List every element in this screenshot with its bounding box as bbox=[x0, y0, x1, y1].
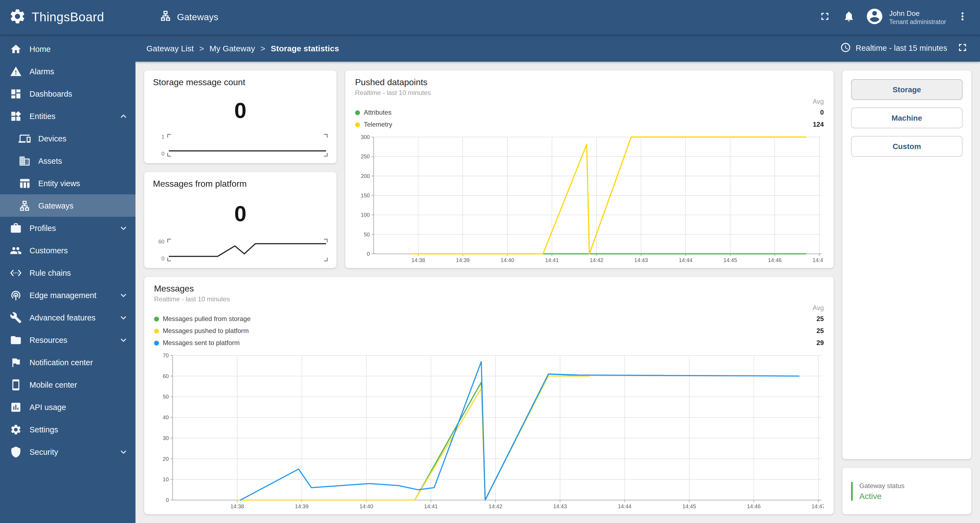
page-head: Gateways bbox=[159, 10, 218, 25]
sidebar-item-label: Resources bbox=[30, 336, 67, 344]
messages-chart[interactable]: 14:3814:3914:4014:4114:4214:4314:4414:45… bbox=[154, 351, 824, 511]
right-column: StorageMachineCustom Gateway status Acti… bbox=[842, 70, 971, 514]
legend-dot bbox=[154, 328, 159, 333]
more-vert-icon bbox=[956, 10, 969, 24]
app-name: ThingsBoard bbox=[32, 10, 104, 25]
customers-icon bbox=[10, 244, 22, 256]
svg-text:14:38: 14:38 bbox=[411, 257, 425, 263]
sidebar-item-entities[interactable]: Entities bbox=[0, 105, 135, 127]
legend-item-messages-sent-to-platform[interactable]: Messages sent to platform29 bbox=[154, 337, 824, 349]
state-button-machine[interactable]: Machine bbox=[851, 108, 963, 128]
widget-subtitle: Realtime - last 10 minutes bbox=[154, 295, 824, 303]
notifications-button[interactable] bbox=[838, 6, 860, 28]
top-header: ThingsBoard Gateways John Doe Tenant adm… bbox=[0, 0, 980, 34]
sidebar-item-dashboards[interactable]: Dashboards bbox=[0, 82, 135, 105]
svg-text:14:42: 14:42 bbox=[590, 257, 603, 263]
sidebar-item-advanced-features[interactable]: Advanced features bbox=[0, 306, 135, 329]
legend-item-messages-pulled-from-storage[interactable]: Messages pulled from storage25 bbox=[154, 313, 824, 325]
sidebar-item-gateways[interactable]: Gateways bbox=[0, 194, 135, 217]
svg-text:100: 100 bbox=[361, 212, 370, 218]
sparkline-axis-labels: 1 0 bbox=[153, 134, 167, 157]
sidebar-item-home[interactable]: Home bbox=[0, 38, 135, 60]
gateway-status-label: Gateway status bbox=[859, 482, 904, 490]
chevron-down-icon bbox=[118, 334, 129, 345]
svg-text:300: 300 bbox=[361, 134, 370, 140]
svg-text:14:43: 14:43 bbox=[553, 503, 567, 509]
sidebar-item-alarms[interactable]: Alarms bbox=[0, 60, 135, 82]
state-button-storage[interactable]: Storage bbox=[851, 79, 963, 100]
messages-card: Messages Realtime - last 10 minutes Avg … bbox=[144, 277, 834, 514]
messages-from-platform-value: 0 bbox=[153, 189, 328, 239]
sidebar-item-label: Assets bbox=[38, 157, 62, 165]
legend-label: Attributes bbox=[364, 109, 391, 116]
legend-item-messages-pushed-to-platform[interactable]: Messages pushed to platform25 bbox=[154, 325, 824, 337]
dashboard-toolbar: Gateway List>My Gateway>Storage statisti… bbox=[135, 34, 980, 62]
home-icon bbox=[10, 43, 22, 55]
fullscreen-button[interactable] bbox=[814, 6, 836, 28]
sidebar-item-label: Customers bbox=[30, 246, 68, 255]
sidebar-item-customers[interactable]: Customers bbox=[0, 239, 135, 262]
legend-avg-header: Avg bbox=[355, 98, 824, 105]
legend-label: Messages sent to platform bbox=[163, 339, 240, 347]
legend-item-attributes[interactable]: Attributes0 bbox=[355, 106, 824, 119]
chevron-down-icon bbox=[118, 222, 129, 233]
user-role: Tenant administrator bbox=[889, 19, 946, 25]
legend-dot bbox=[355, 122, 360, 127]
sidebar-item-resources[interactable]: Resources bbox=[0, 329, 135, 351]
sidebar-item-notification-center[interactable]: Notification center bbox=[0, 351, 135, 373]
gateway-status-card: Gateway status Active bbox=[842, 468, 971, 514]
state-button-custom[interactable]: Custom bbox=[851, 136, 963, 157]
more-menu-button[interactable] bbox=[951, 6, 974, 28]
alarms-icon bbox=[10, 65, 22, 77]
breadcrumb-separator: > bbox=[261, 43, 266, 53]
svg-text:14:42: 14:42 bbox=[488, 503, 502, 509]
sidebar-item-api-usage[interactable]: API usage bbox=[0, 396, 135, 418]
sidebar-item-profiles[interactable]: Profiles bbox=[0, 217, 135, 239]
svg-text:14:47: 14:47 bbox=[813, 257, 824, 263]
svg-text:14:46: 14:46 bbox=[768, 257, 782, 263]
sidebar-item-edge-management[interactable]: Edge management bbox=[0, 284, 135, 306]
spark-min-label: 0 bbox=[161, 255, 164, 262]
sidebar-item-devices[interactable]: Devices bbox=[0, 127, 135, 150]
svg-text:70: 70 bbox=[163, 352, 169, 358]
fullscreen-icon bbox=[819, 10, 831, 24]
svg-text:14:38: 14:38 bbox=[230, 503, 244, 509]
sidebar-item-security[interactable]: Security bbox=[0, 441, 135, 463]
timewindow-button[interactable]: Realtime - last 15 minutes bbox=[840, 42, 947, 54]
sidebar-item-entity-views[interactable]: Entity views bbox=[0, 172, 135, 194]
breadcrumb: Gateway List>My Gateway>Storage statisti… bbox=[146, 43, 339, 53]
sidebar-item-label: Entity views bbox=[38, 179, 80, 187]
svg-text:14:41: 14:41 bbox=[545, 257, 559, 263]
dashboard-fullscreen-button[interactable] bbox=[951, 37, 974, 59]
sidebar-item-label: Dashboards bbox=[30, 89, 72, 98]
sparkline-axis-labels: 60 0 bbox=[153, 239, 167, 262]
clock-icon bbox=[840, 42, 851, 54]
widget-title: Pushed datapoints bbox=[355, 78, 824, 87]
sidebar-item-mobile-center[interactable]: Mobile center bbox=[0, 373, 135, 396]
svg-text:250: 250 bbox=[361, 154, 370, 159]
legend-avg-value: 29 bbox=[816, 339, 824, 347]
legend-avg-value: 25 bbox=[816, 315, 824, 323]
svg-text:14:44: 14:44 bbox=[679, 257, 692, 263]
widget-subtitle: Realtime - last 10 minutes bbox=[355, 89, 824, 97]
sidebar-item-rule-chains[interactable]: Rule chains bbox=[0, 262, 135, 284]
legend-item-telemetry[interactable]: Telemetry124 bbox=[355, 119, 824, 130]
spark-max-label: 60 bbox=[158, 239, 164, 244]
sidebar-item-label: Rule chains bbox=[30, 268, 71, 277]
sidebar-item-assets[interactable]: Assets bbox=[0, 150, 135, 172]
user-info: John Doe Tenant administrator bbox=[889, 9, 946, 25]
legend-dot bbox=[154, 341, 159, 345]
user-menu[interactable]: John Doe Tenant administrator bbox=[865, 7, 946, 28]
pushed-datapoints-chart[interactable]: 14:3814:3914:4014:4114:4214:4314:4414:45… bbox=[355, 133, 824, 265]
entities-icon bbox=[10, 110, 22, 122]
sidebar-item-label: Gateways bbox=[38, 201, 73, 210]
chevron-up-icon bbox=[118, 111, 129, 122]
breadcrumb-item-gateway-list[interactable]: Gateway List bbox=[146, 43, 194, 53]
edge-management-icon bbox=[10, 289, 22, 301]
settings-icon bbox=[10, 423, 22, 435]
sidebar-item-settings[interactable]: Settings bbox=[0, 418, 135, 441]
breadcrumb-item-my-gateway[interactable]: My Gateway bbox=[210, 43, 255, 53]
pushed-datapoints-card: Pushed datapoints Realtime - last 10 min… bbox=[345, 70, 834, 268]
app-logo[interactable]: ThingsBoard bbox=[0, 7, 135, 27]
storage-message-count-value: 0 bbox=[153, 87, 328, 134]
